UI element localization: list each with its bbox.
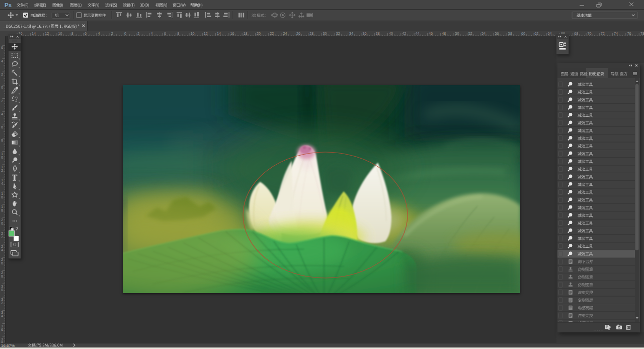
- svg-text:0: 0: [124, 31, 126, 36]
- svg-text:30: 30: [323, 31, 327, 36]
- svg-text:2: 2: [111, 31, 113, 36]
- svg-text:24: 24: [283, 31, 287, 36]
- svg-text:1: 1: [1, 165, 3, 169]
- svg-text:34: 34: [349, 31, 353, 36]
- svg-text:58: 58: [508, 31, 512, 36]
- svg-text:10: 10: [191, 31, 195, 36]
- svg-text:0: 0: [1, 288, 3, 292]
- svg-text:48: 48: [442, 31, 446, 36]
- svg-text:14: 14: [217, 31, 221, 36]
- svg-text:16: 16: [230, 31, 234, 36]
- svg-text:2: 2: [1, 169, 3, 172]
- svg-text:3: 3: [1, 337, 3, 341]
- svg-text:0: 0: [1, 86, 3, 89]
- svg-text:0: 0: [1, 222, 3, 225]
- svg-text:56: 56: [495, 31, 499, 36]
- svg-text:40: 40: [389, 31, 393, 36]
- svg-text:4: 4: [98, 31, 100, 36]
- svg-text:2: 2: [1, 232, 3, 235]
- svg-text:32: 32: [336, 31, 340, 36]
- svg-text:6: 6: [1, 261, 3, 265]
- svg-text:28: 28: [309, 31, 313, 36]
- svg-text:60: 60: [521, 31, 525, 36]
- svg-text:4: 4: [1, 59, 3, 63]
- svg-text:4: 4: [1, 314, 3, 318]
- svg-text:8: 8: [71, 31, 73, 36]
- svg-text:6: 6: [85, 31, 87, 36]
- svg-text:6: 6: [1, 46, 3, 49]
- svg-text:3: 3: [1, 285, 3, 288]
- svg-text:1: 1: [1, 205, 3, 208]
- svg-text:78: 78: [640, 31, 644, 36]
- svg-text:4: 4: [1, 182, 3, 185]
- svg-text:14: 14: [32, 31, 36, 36]
- svg-text:38: 38: [376, 31, 380, 36]
- svg-text:12: 12: [204, 31, 208, 36]
- svg-text:2: 2: [137, 31, 139, 36]
- svg-text:8: 8: [1, 138, 3, 142]
- svg-text:18: 18: [244, 31, 248, 36]
- svg-text:36: 36: [362, 31, 366, 36]
- svg-text:6: 6: [1, 195, 3, 199]
- svg-text:42: 42: [402, 31, 406, 36]
- svg-text:4: 4: [1, 112, 3, 116]
- svg-text:62: 62: [534, 31, 538, 36]
- svg-text:26: 26: [296, 31, 300, 36]
- svg-text:0: 0: [1, 156, 3, 159]
- svg-text:1: 1: [1, 178, 3, 182]
- svg-text:64: 64: [548, 31, 552, 36]
- svg-text:6: 6: [1, 125, 3, 129]
- svg-text:22: 22: [270, 31, 274, 36]
- svg-text:2: 2: [1, 73, 3, 76]
- svg-text:1: 1: [1, 192, 3, 195]
- svg-text:8: 8: [1, 208, 3, 212]
- svg-text:12: 12: [45, 31, 49, 36]
- svg-text:52: 52: [468, 31, 472, 36]
- svg-text:4: 4: [151, 31, 153, 36]
- svg-text:68: 68: [574, 31, 578, 36]
- svg-text:50: 50: [455, 31, 459, 36]
- svg-text:2: 2: [1, 245, 3, 248]
- svg-text:Ps: Ps: [5, 2, 12, 8]
- svg-text:10: 10: [58, 31, 62, 36]
- svg-text:46: 46: [429, 31, 433, 36]
- svg-text:3: 3: [1, 298, 3, 301]
- svg-text:44: 44: [416, 31, 420, 36]
- svg-text:76: 76: [627, 31, 631, 36]
- svg-text:8: 8: [177, 31, 179, 36]
- svg-text:3: 3: [1, 311, 3, 314]
- svg-text:1: 1: [1, 152, 3, 156]
- svg-text:8: 8: [1, 274, 3, 278]
- svg-text:2: 2: [1, 99, 3, 103]
- svg-text:2: 2: [1, 258, 3, 261]
- svg-text:3: 3: [1, 324, 3, 328]
- svg-text:2: 2: [1, 271, 3, 274]
- svg-text:54: 54: [481, 31, 486, 36]
- svg-text:6: 6: [1, 328, 3, 331]
- svg-text:16.67%: 16.67%: [1, 343, 15, 348]
- svg-text:6: 6: [164, 31, 166, 36]
- svg-text:70: 70: [588, 31, 592, 36]
- svg-text:2: 2: [1, 301, 3, 305]
- svg-text:74: 74: [614, 31, 618, 36]
- svg-text:2: 2: [1, 235, 3, 239]
- svg-text:20: 20: [257, 31, 261, 36]
- svg-text:4: 4: [1, 248, 3, 252]
- svg-text:72: 72: [601, 31, 605, 36]
- svg-text:2: 2: [1, 218, 3, 222]
